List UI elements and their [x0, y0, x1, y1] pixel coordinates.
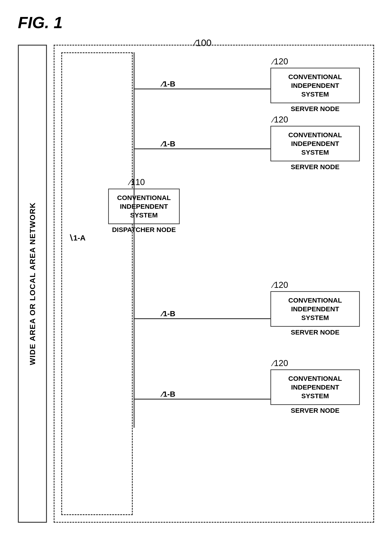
hline-2: [134, 148, 274, 149]
dispatcher-node-label: DISPATCHER NODE: [108, 226, 180, 233]
dispatcher-node: CONVENTIONALINDEPENDENTSYSTEM DISPATCHER…: [108, 189, 180, 233]
label-120-4: ∕120: [273, 358, 360, 368]
label-1B-4: ∕1-B: [162, 390, 175, 399]
label-120-3: ∕120: [273, 280, 360, 290]
server-node-3: ∕120 CONVENTIONALINDEPENDENTSYSTEM SERVE…: [270, 280, 360, 336]
server-conv-box-2: CONVENTIONALINDEPENDENTSYSTEM: [270, 126, 360, 161]
label-1A: ∖1-A: [68, 233, 86, 242]
wan-label: WIDE AREA OR LOCAL AREA NETWORK: [28, 202, 37, 365]
label-1B-3: ∕1-B: [162, 309, 175, 318]
server-conv-box-3: CONVENTIONALINDEPENDENTSYSTEM: [270, 291, 360, 327]
figure-title: FIG. 1: [18, 14, 63, 32]
server-node-4: ∕120 CONVENTIONALINDEPENDENTSYSTEM SERVE…: [270, 358, 360, 414]
vline-main: [134, 52, 134, 428]
label-1B-2: ∕1-B: [162, 140, 175, 148]
hline-1: [134, 89, 274, 89]
wan-box: WIDE AREA OR LOCAL AREA NETWORK: [18, 45, 47, 523]
server-node-label-4: SERVER NODE: [270, 407, 360, 414]
server-node-label-2: SERVER NODE: [270, 163, 360, 171]
outer-box-100: ∕110 CONVENTIONALINDEPENDENTSYSTEM DISPA…: [54, 45, 374, 523]
hline-4: [134, 399, 274, 400]
label-1B-1: ∕1-B: [162, 80, 175, 88]
dispatcher-conv-box: CONVENTIONALINDEPENDENTSYSTEM: [108, 189, 180, 224]
label-120-1: ∕120: [273, 57, 360, 66]
server-node-1: ∕120 CONVENTIONALINDEPENDENTSYSTEM SERVE…: [270, 57, 360, 113]
label-120-2: ∕120: [273, 115, 360, 125]
server-conv-box-4: CONVENTIONALINDEPENDENTSYSTEM: [270, 369, 360, 405]
server-conv-box-1: CONVENTIONALINDEPENDENTSYSTEM: [270, 68, 360, 103]
server-node-2: ∕120 CONVENTIONALINDEPENDENTSYSTEM SERVE…: [270, 115, 360, 171]
server-node-label-1: SERVER NODE: [270, 105, 360, 113]
server-node-label-3: SERVER NODE: [270, 329, 360, 336]
inner-left-box: [61, 52, 133, 515]
hline-3: [134, 318, 274, 319]
label-110: ∕110: [129, 177, 145, 187]
